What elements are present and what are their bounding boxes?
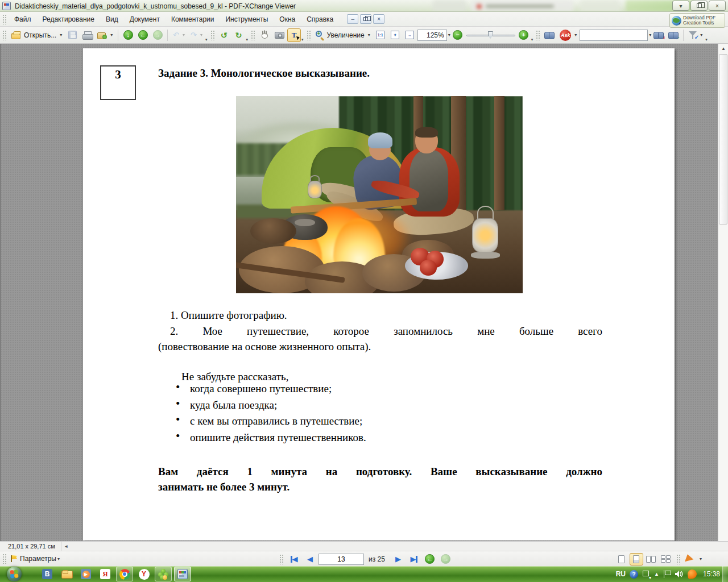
- parameters-button[interactable]: Параметры: [20, 555, 56, 563]
- clock[interactable]: 15:38: [703, 570, 720, 578]
- toolbar-overflow[interactable]: ▾: [531, 38, 533, 42]
- actual-size-button[interactable]: 1:1: [374, 28, 387, 42]
- speaker-icon[interactable]: [675, 570, 684, 578]
- menu-help[interactable]: Справка: [301, 13, 339, 26]
- menu-document[interactable]: Документ: [124, 13, 166, 26]
- show-hidden-icons-button[interactable]: ▲: [654, 571, 659, 577]
- taskbar-pdf-xchange[interactable]: [174, 567, 191, 581]
- toolbar-grip[interactable]: [2, 30, 6, 40]
- two-page-layout-button[interactable]: [644, 553, 658, 566]
- go-back-button[interactable]: ←: [136, 28, 150, 42]
- toolbar-overflow[interactable]: ▾: [705, 38, 708, 42]
- search-input[interactable]: [580, 30, 648, 41]
- ask-search-button[interactable]: Ask ▾: [557, 28, 579, 42]
- document-close-button[interactable]: ×: [373, 14, 384, 24]
- search-button[interactable]: [543, 28, 556, 42]
- parameters-caret[interactable]: ▾: [57, 556, 60, 562]
- toolbar-overflow[interactable]: ▾: [205, 38, 208, 42]
- vertical-scrollbar-thumb[interactable]: [719, 54, 727, 225]
- action-center-icon[interactable]: [663, 570, 671, 578]
- zoom-tool-button[interactable]: Увеличение ▾: [313, 28, 373, 42]
- minimize-button[interactable]: ▾: [672, 1, 689, 11]
- menu-comments[interactable]: Комментарии: [166, 13, 220, 26]
- show-desktop-button[interactable]: [722, 566, 728, 582]
- document-minimize-button[interactable]: –: [347, 14, 358, 24]
- save-button[interactable]: [65, 28, 79, 42]
- redo-button[interactable]: ↷ ▾: [188, 28, 205, 42]
- taskbar-vkontakte[interactable]: B: [39, 567, 56, 581]
- toolbar-grip[interactable]: [536, 30, 540, 40]
- toolbar-grip[interactable]: [251, 30, 255, 40]
- pointer-mode-caret[interactable]: ▾: [700, 556, 702, 562]
- go-forward-button[interactable]: →: [151, 28, 164, 42]
- previous-view-button[interactable]: ←: [423, 552, 437, 566]
- taskbar-yandex-browser[interactable]: Y: [135, 567, 152, 581]
- menu-view[interactable]: Вид: [100, 13, 124, 26]
- print-button[interactable]: [80, 28, 94, 42]
- vertical-scrollbar[interactable]: ▲: [718, 44, 728, 541]
- export-button[interactable]: ▾: [95, 28, 115, 42]
- document-restore-button[interactable]: [360, 14, 371, 24]
- download-pdf-tools-button[interactable]: Download PDFCreation Tools: [669, 13, 725, 28]
- menu-tools[interactable]: Инструменты: [220, 13, 274, 26]
- undo-button[interactable]: ↶ ▾: [171, 28, 187, 42]
- previous-page-button[interactable]: ◀: [303, 553, 317, 566]
- toolbar-overflow[interactable]: ▾: [246, 38, 249, 42]
- menu-edit[interactable]: Редактирование: [37, 13, 100, 26]
- help-tray-icon[interactable]: ?: [630, 570, 638, 579]
- page-number-input[interactable]: [318, 554, 364, 565]
- restore-button[interactable]: [690, 1, 708, 11]
- fit-width-button[interactable]: ↔: [403, 28, 417, 42]
- last-page-button[interactable]: ▶: [407, 553, 421, 566]
- continuous-layout-button[interactable]: [630, 553, 643, 566]
- next-view-button[interactable]: →: [439, 552, 453, 566]
- window-tray-icon[interactable]: [642, 570, 650, 578]
- toolbar-grip[interactable]: [307, 30, 311, 40]
- next-page-button[interactable]: ▶: [391, 553, 406, 566]
- hscroll-left-arrow[interactable]: ◄: [61, 542, 71, 551]
- multi-page-layout-button[interactable]: [659, 553, 673, 566]
- zoom-out-button[interactable]: −: [451, 28, 465, 42]
- pointer-mode-button[interactable]: [684, 553, 697, 566]
- taskbar-media-player[interactable]: ▶: [77, 567, 94, 581]
- start-button[interactable]: [3, 567, 25, 581]
- toolbar-overflow[interactable]: ▾: [301, 38, 304, 42]
- close-button[interactable]: ×: [709, 1, 726, 11]
- menu-windows[interactable]: Окна: [274, 13, 301, 26]
- taskbar-yandex[interactable]: Я: [97, 567, 114, 581]
- zoom-slider-thumb[interactable]: [488, 31, 493, 39]
- search-history-caret[interactable]: ▾: [649, 32, 651, 38]
- toolbar-grip[interactable]: [210, 30, 214, 40]
- email-button[interactable]: ↓: [121, 28, 135, 42]
- select-text-tool-button[interactable]: T: [287, 28, 301, 42]
- toolbar-grip[interactable]: [2, 554, 6, 564]
- rotate-cw-button[interactable]: ↻: [232, 28, 246, 42]
- open-button[interactable]: Открыть... ▾: [9, 28, 64, 42]
- toolbar-grip[interactable]: [676, 554, 680, 564]
- find-next-button[interactable]: ►: [667, 28, 680, 42]
- zoom-dropdown-caret[interactable]: ▾: [368, 32, 370, 38]
- menu-file[interactable]: Файл: [9, 13, 37, 26]
- open-dropdown-caret[interactable]: ▾: [60, 32, 62, 38]
- toolbar-grip[interactable]: [2, 14, 6, 24]
- avast-icon[interactable]: [687, 569, 697, 579]
- single-page-layout-button[interactable]: [615, 553, 628, 566]
- language-indicator[interactable]: RU: [616, 570, 626, 578]
- export-dropdown-caret[interactable]: ▾: [110, 32, 113, 38]
- rotate-ccw-button[interactable]: ↺: [217, 28, 231, 42]
- find-previous-button[interactable]: ◄: [652, 28, 665, 42]
- first-page-button[interactable]: ◀: [287, 553, 301, 566]
- zoom-in-button[interactable]: +: [517, 28, 531, 42]
- hand-tool-button[interactable]: [258, 28, 271, 42]
- filter-button[interactable]: ✓ ▾: [686, 28, 705, 42]
- zoom-slider[interactable]: [466, 30, 515, 41]
- scroll-up-arrow[interactable]: ▲: [718, 44, 728, 53]
- fit-page-button[interactable]: ✦: [388, 28, 402, 42]
- snapshot-tool-button[interactable]: [272, 28, 286, 42]
- zoom-level-combobox[interactable]: 125%: [417, 30, 447, 41]
- zoom-level-caret[interactable]: ▾: [448, 32, 450, 38]
- taskbar-chrome[interactable]: [116, 567, 133, 581]
- taskbar-explorer[interactable]: [58, 567, 75, 581]
- toolbar-grip[interactable]: [279, 554, 283, 564]
- taskbar-icq[interactable]: [155, 567, 172, 581]
